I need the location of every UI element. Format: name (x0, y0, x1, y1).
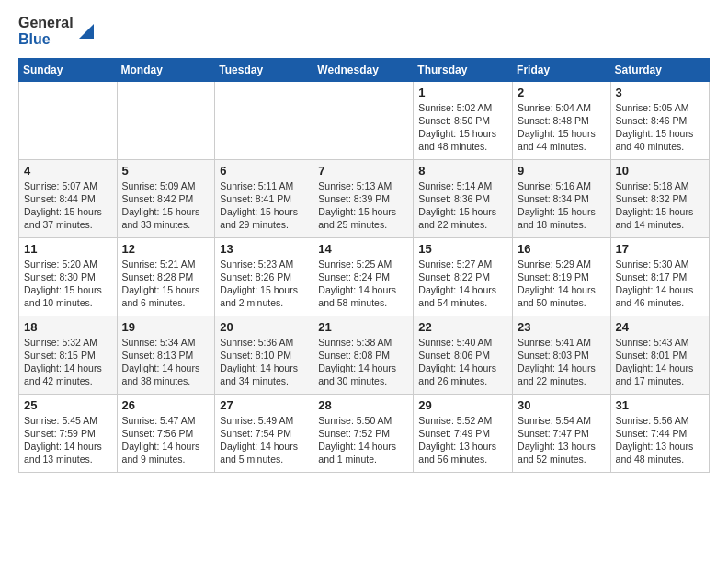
day-info: Sunrise: 5:25 AM Sunset: 8:24 PM Dayligh… (318, 258, 408, 310)
day-info: Sunrise: 5:41 AM Sunset: 8:03 PM Dayligh… (518, 336, 606, 388)
day-info: Sunrise: 5:52 AM Sunset: 7:49 PM Dayligh… (418, 414, 507, 466)
calendar-cell: 26Sunrise: 5:47 AM Sunset: 7:56 PM Dayli… (117, 394, 215, 472)
day-info: Sunrise: 5:23 AM Sunset: 8:26 PM Dayligh… (220, 258, 308, 310)
day-info: Sunrise: 5:40 AM Sunset: 8:06 PM Dayligh… (418, 336, 507, 388)
day-number: 18 (24, 320, 112, 334)
calendar-cell: 5Sunrise: 5:09 AM Sunset: 8:42 PM Daylig… (117, 159, 215, 237)
logo-blue: Blue (18, 31, 74, 48)
day-info: Sunrise: 5:49 AM Sunset: 7:54 PM Dayligh… (220, 414, 308, 466)
day-info: Sunrise: 5:02 AM Sunset: 8:50 PM Dayligh… (418, 101, 507, 154)
day-info: Sunrise: 5:38 AM Sunset: 8:08 PM Dayligh… (318, 336, 408, 388)
day-info: Sunrise: 5:16 AM Sunset: 8:34 PM Dayligh… (518, 179, 606, 232)
weekday-header: Wednesday (313, 58, 414, 81)
calendar-cell: 1Sunrise: 5:02 AM Sunset: 8:50 PM Daylig… (414, 81, 513, 159)
weekday-header: Saturday (610, 58, 709, 81)
calendar-cell: 16Sunrise: 5:29 AM Sunset: 8:19 PM Dayli… (513, 237, 611, 316)
day-number: 29 (418, 398, 507, 412)
day-number: 31 (616, 398, 704, 412)
svg-marker-0 (79, 24, 94, 39)
header: General Blue (18, 15, 710, 49)
day-info: Sunrise: 5:14 AM Sunset: 8:36 PM Dayligh… (418, 179, 507, 232)
calendar-cell: 19Sunrise: 5:34 AM Sunset: 8:13 PM Dayli… (117, 316, 215, 394)
calendar-cell: 24Sunrise: 5:43 AM Sunset: 8:01 PM Dayli… (610, 316, 709, 394)
day-info: Sunrise: 5:09 AM Sunset: 8:42 PM Dayligh… (122, 179, 210, 232)
day-number: 21 (318, 320, 408, 334)
day-info: Sunrise: 5:43 AM Sunset: 8:01 PM Dayligh… (616, 336, 704, 388)
calendar-cell: 8Sunrise: 5:14 AM Sunset: 8:36 PM Daylig… (414, 159, 513, 237)
calendar-cell: 28Sunrise: 5:50 AM Sunset: 7:52 PM Dayli… (313, 394, 414, 472)
day-number: 27 (220, 398, 308, 412)
weekday-header: Monday (117, 58, 215, 81)
day-number: 12 (122, 242, 210, 256)
weekday-header: Sunday (19, 58, 118, 81)
day-info: Sunrise: 5:29 AM Sunset: 8:19 PM Dayligh… (518, 258, 606, 310)
weekday-header: Friday (513, 58, 611, 81)
day-number: 2 (518, 86, 606, 99)
calendar-header: SundayMondayTuesdayWednesdayThursdayFrid… (19, 58, 710, 81)
calendar-week-row: 4Sunrise: 5:07 AM Sunset: 8:44 PM Daylig… (19, 159, 710, 237)
day-number: 30 (518, 398, 606, 412)
day-info: Sunrise: 5:45 AM Sunset: 7:59 PM Dayligh… (24, 414, 112, 466)
day-number: 24 (616, 320, 704, 334)
logo-triangle-icon (75, 22, 94, 40)
calendar-week-row: 18Sunrise: 5:32 AM Sunset: 8:15 PM Dayli… (19, 316, 710, 394)
day-number: 1 (418, 86, 507, 99)
calendar-cell: 14Sunrise: 5:25 AM Sunset: 8:24 PM Dayli… (313, 237, 414, 316)
calendar-cell: 20Sunrise: 5:36 AM Sunset: 8:10 PM Dayli… (215, 316, 313, 394)
day-number: 26 (122, 398, 210, 412)
day-info: Sunrise: 5:07 AM Sunset: 8:44 PM Dayligh… (24, 179, 112, 232)
day-number: 20 (220, 320, 308, 334)
calendar-cell: 2Sunrise: 5:04 AM Sunset: 8:48 PM Daylig… (513, 81, 611, 159)
day-info: Sunrise: 5:18 AM Sunset: 8:32 PM Dayligh… (616, 179, 704, 232)
page: General Blue SundayMondayTuesdayWednesda… (0, 0, 728, 482)
day-number: 5 (122, 164, 210, 178)
day-number: 14 (318, 242, 408, 256)
day-number: 3 (616, 86, 704, 99)
calendar-cell: 12Sunrise: 5:21 AM Sunset: 8:28 PM Dayli… (117, 237, 215, 316)
day-info: Sunrise: 5:05 AM Sunset: 8:46 PM Dayligh… (616, 101, 704, 154)
day-info: Sunrise: 5:30 AM Sunset: 8:17 PM Dayligh… (616, 258, 704, 310)
calendar-cell: 18Sunrise: 5:32 AM Sunset: 8:15 PM Dayli… (19, 316, 118, 394)
calendar-cell: 29Sunrise: 5:52 AM Sunset: 7:49 PM Dayli… (414, 394, 513, 472)
day-info: Sunrise: 5:36 AM Sunset: 8:10 PM Dayligh… (220, 336, 308, 388)
calendar-cell: 17Sunrise: 5:30 AM Sunset: 8:17 PM Dayli… (610, 237, 709, 316)
day-number: 10 (616, 164, 704, 178)
calendar-cell (313, 81, 414, 159)
day-number: 8 (418, 164, 507, 178)
day-info: Sunrise: 5:04 AM Sunset: 8:48 PM Dayligh… (518, 101, 606, 154)
calendar-cell: 6Sunrise: 5:11 AM Sunset: 8:41 PM Daylig… (215, 159, 313, 237)
weekday-header: Thursday (414, 58, 513, 81)
day-number: 25 (24, 398, 112, 412)
day-info: Sunrise: 5:21 AM Sunset: 8:28 PM Dayligh… (122, 258, 210, 310)
day-info: Sunrise: 5:34 AM Sunset: 8:13 PM Dayligh… (122, 336, 210, 388)
day-number: 15 (418, 242, 507, 256)
day-number: 11 (24, 242, 112, 256)
day-info: Sunrise: 5:47 AM Sunset: 7:56 PM Dayligh… (122, 414, 210, 466)
day-info: Sunrise: 5:20 AM Sunset: 8:30 PM Dayligh… (24, 258, 112, 310)
calendar-week-row: 1Sunrise: 5:02 AM Sunset: 8:50 PM Daylig… (19, 81, 710, 159)
calendar-cell: 23Sunrise: 5:41 AM Sunset: 8:03 PM Dayli… (513, 316, 611, 394)
day-number: 9 (518, 164, 606, 178)
day-number: 28 (318, 398, 408, 412)
weekday-row: SundayMondayTuesdayWednesdayThursdayFrid… (19, 58, 710, 81)
day-number: 7 (318, 164, 408, 178)
day-number: 19 (122, 320, 210, 334)
calendar-cell: 4Sunrise: 5:07 AM Sunset: 8:44 PM Daylig… (19, 159, 118, 237)
calendar-cell: 9Sunrise: 5:16 AM Sunset: 8:34 PM Daylig… (513, 159, 611, 237)
calendar-cell (117, 81, 215, 159)
day-info: Sunrise: 5:11 AM Sunset: 8:41 PM Dayligh… (220, 179, 308, 232)
day-number: 4 (24, 164, 112, 178)
calendar-week-row: 25Sunrise: 5:45 AM Sunset: 7:59 PM Dayli… (19, 394, 710, 472)
calendar-cell (19, 81, 118, 159)
day-number: 22 (418, 320, 507, 334)
calendar-cell: 11Sunrise: 5:20 AM Sunset: 8:30 PM Dayli… (19, 237, 118, 316)
calendar-cell (215, 81, 313, 159)
calendar-cell: 30Sunrise: 5:54 AM Sunset: 7:47 PM Dayli… (513, 394, 611, 472)
calendar-cell: 3Sunrise: 5:05 AM Sunset: 8:46 PM Daylig… (610, 81, 709, 159)
calendar-week-row: 11Sunrise: 5:20 AM Sunset: 8:30 PM Dayli… (19, 237, 710, 316)
calendar-cell: 7Sunrise: 5:13 AM Sunset: 8:39 PM Daylig… (313, 159, 414, 237)
calendar-body: 1Sunrise: 5:02 AM Sunset: 8:50 PM Daylig… (19, 81, 710, 472)
day-number: 23 (518, 320, 606, 334)
logo-general: General (18, 15, 74, 31)
day-info: Sunrise: 5:56 AM Sunset: 7:44 PM Dayligh… (616, 414, 704, 466)
